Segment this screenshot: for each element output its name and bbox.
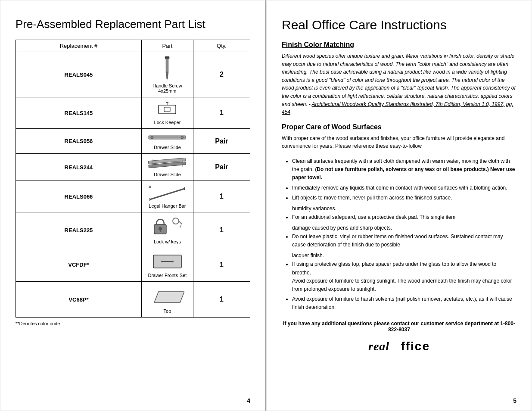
list-item: Clean all surfaces frequently with a sof… xyxy=(292,157,516,182)
part-image-cell: Lock w/ keys xyxy=(141,212,193,248)
table-row: VCFDF* Drawer Fronts-Set xyxy=(16,248,250,282)
footnote: **Denotes color code xyxy=(16,321,250,326)
part-image-cell: Lock Keeper xyxy=(141,97,193,129)
part-image-cell: Top xyxy=(141,282,193,318)
table-row: REALS056 Drawer Slide Pair xyxy=(16,129,250,154)
list-item: Do not leave plastic, vinyl or rubber it… xyxy=(292,233,516,249)
drawer-fronts-icon: Drawer Fronts-Set xyxy=(145,252,190,278)
svg-marker-33 xyxy=(154,292,184,302)
bullet-list-3: Do not leave plastic, vinyl or rubber it… xyxy=(282,233,516,249)
part-label: Lock w/ keys xyxy=(154,239,181,244)
table-row: REALS066 Legal Hanger Bar 1 xyxy=(16,181,250,212)
part-image-cell: Drawer Fronts-Set xyxy=(141,248,193,282)
brand-office: ffice xyxy=(401,339,430,353)
svg-point-32 xyxy=(172,261,174,262)
screw-icon: Handle Screw4x25mm xyxy=(145,56,190,93)
part-image-cell: Handle Screw4x25mm xyxy=(141,52,193,97)
part-label: Drawer Fronts-Set xyxy=(148,273,187,278)
col-header-replacement: Replacement # xyxy=(16,40,142,52)
lock-keys-icon: Lock w/ keys xyxy=(145,216,190,244)
svg-point-12 xyxy=(181,136,184,139)
col-header-part: Part xyxy=(141,40,193,52)
qty-cell: 1 xyxy=(193,248,250,282)
part-number: REALS225 xyxy=(16,212,142,248)
svg-rect-6 xyxy=(164,107,170,112)
gap-text-1: humidity variances. xyxy=(292,206,516,212)
part-number: REALS066 xyxy=(16,181,142,212)
part-label: Legal Hanger Bar xyxy=(149,203,186,209)
bullet-list-2: For an additional safeguard, use a prote… xyxy=(282,213,516,221)
table-row: REALS244 Drawer Slide Pair xyxy=(16,154,250,181)
lock-keeper-icon: Lock Keeper xyxy=(145,101,190,125)
part-label: Drawer Slide xyxy=(154,172,181,177)
list-item: For an additional safeguard, use a prote… xyxy=(292,213,516,221)
part-number: VCFDF* xyxy=(16,248,142,282)
svg-line-17 xyxy=(150,189,184,199)
finish-color-heading: Finish Color Matching xyxy=(282,41,516,49)
svg-point-24 xyxy=(173,218,179,224)
qty-cell: 1 xyxy=(193,97,250,129)
col-header-qty: Qty. xyxy=(193,40,250,52)
proper-care-intro: With proper care of the wood surfaces an… xyxy=(282,134,516,150)
qty-cell: 1 xyxy=(193,212,250,248)
svg-point-11 xyxy=(151,136,153,139)
qty-cell: 1 xyxy=(193,282,250,318)
part-number: REALS056 xyxy=(16,129,142,154)
part-number: REALS145 xyxy=(16,97,142,129)
part-label: Handle Screw4x25mm xyxy=(152,83,182,93)
contact-block: If you have any additional questions ple… xyxy=(282,321,516,333)
svg-rect-10 xyxy=(149,137,186,137)
svg-point-22 xyxy=(159,227,162,230)
qty-cell: Pair xyxy=(193,129,250,154)
left-page-number: 4 xyxy=(247,397,250,404)
brand-real: real xyxy=(368,339,389,353)
part-label: Top xyxy=(164,308,171,314)
list-item: Immediately remove any liquids that come… xyxy=(292,184,516,192)
svg-rect-5 xyxy=(159,105,176,114)
brand-logo: real ffice xyxy=(282,339,516,353)
svg-line-25 xyxy=(179,221,182,225)
drawer-slide-1-icon: Drawer Slide xyxy=(145,132,190,150)
drawer-slide-2-icon: Drawer Slide xyxy=(145,157,190,177)
parts-table: Replacement # Part Qty. REALS045 xyxy=(16,40,250,318)
table-row: REALS145 Lock Keeper 1 xyxy=(16,97,250,129)
svg-marker-20 xyxy=(149,185,151,188)
list-item: If using a protective glass top, place s… xyxy=(292,260,516,293)
part-image-cell: Drawer Slide xyxy=(141,129,193,154)
hanger-bar-icon: Legal Hanger Bar xyxy=(145,184,190,209)
bullet-list-1: Clean all surfaces frequently with a sof… xyxy=(282,157,516,202)
svg-rect-2 xyxy=(166,59,168,72)
finish-color-body: Different wood species offer unique text… xyxy=(282,52,516,116)
proper-care-heading: Proper Care of Wood Surfaces xyxy=(282,123,516,131)
right-page-number: 5 xyxy=(513,397,516,404)
top-icon: Top xyxy=(145,285,190,314)
list-item: Lift objects to move them, never pull th… xyxy=(292,194,516,202)
qty-cell: 2 xyxy=(193,52,250,97)
part-number: REALS045 xyxy=(16,52,142,97)
gap-text-2: damage caused by pens and sharp objects. xyxy=(292,225,516,231)
finish-color-section: Finish Color Matching Different wood spe… xyxy=(282,41,516,116)
right-page: Real Office Care Instructions Finish Col… xyxy=(266,0,532,411)
svg-marker-3 xyxy=(166,72,168,79)
table-row: REALS045 Handle Screw4x25mm xyxy=(16,52,250,97)
left-page-title: Pre-Assembled Replacement Part List xyxy=(16,18,250,31)
pages-container: Pre-Assembled Replacement Part List Repl… xyxy=(0,0,532,411)
part-image-cell: Drawer Slide xyxy=(141,154,193,181)
list-item: Avoid exposure of furniture to harsh sol… xyxy=(292,295,516,311)
left-page: Pre-Assembled Replacement Part List Repl… xyxy=(0,0,266,411)
part-image-cell: Legal Hanger Bar xyxy=(141,181,193,212)
part-label: Drawer Slide xyxy=(154,145,181,150)
svg-point-31 xyxy=(161,261,163,262)
right-page-title: Real Office Care Instructions xyxy=(282,18,516,32)
gap-text-3: lacquer finish. xyxy=(292,252,516,258)
table-row: REALS225 xyxy=(16,212,250,248)
part-label: Lock Keeper xyxy=(154,120,181,125)
qty-cell: Pair xyxy=(193,154,250,181)
part-number: REALS244 xyxy=(16,154,142,181)
table-row: VC68P* Top 1 xyxy=(16,282,250,318)
contact-text: If you have any additional questions ple… xyxy=(283,321,515,333)
brand-spacer xyxy=(393,339,397,353)
bullet-list-4: If using a protective glass top, place s… xyxy=(282,260,516,311)
svg-rect-8 xyxy=(166,102,168,103)
proper-care-section: Proper Care of Wood Surfaces With proper… xyxy=(282,123,516,312)
